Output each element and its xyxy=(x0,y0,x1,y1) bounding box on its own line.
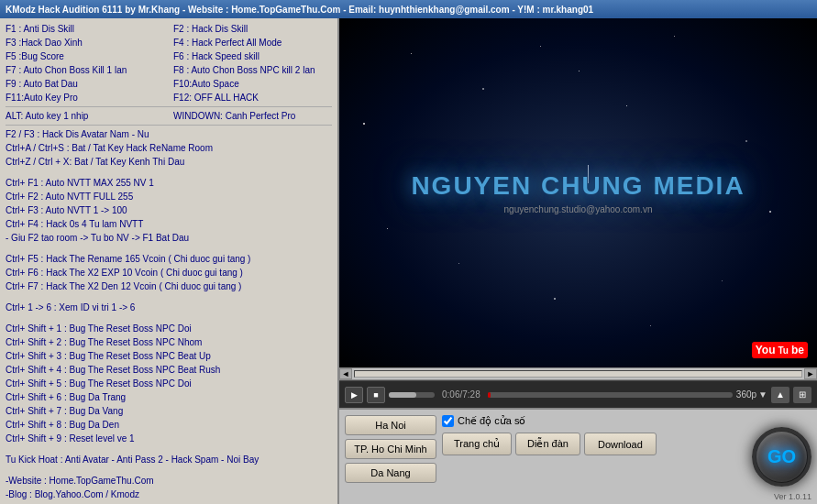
left-line: Ctrl+ Shift + 1 : Bug The Reset Boss NPC… xyxy=(6,322,332,335)
media-subtext: nguyenchung.studio@yahoo.com.vn xyxy=(411,204,745,214)
video-controls: ▶ ■ 0:06/7:28 360p▼ ▲ ⊞ xyxy=(339,380,817,408)
left-panel: F1 : Anti Dis Skill F2 : Hack Dis Skill … xyxy=(0,18,339,504)
expand-btn[interactable]: ▲ xyxy=(771,387,789,403)
go-button[interactable]: GO xyxy=(752,427,811,487)
left-line xyxy=(6,445,332,453)
play-pause-btn[interactable]: ▶ xyxy=(345,387,363,403)
volume-controls xyxy=(389,392,435,398)
left-line xyxy=(6,293,332,301)
shortcut-f3: F3 :Hack Dao Xinh xyxy=(6,36,164,49)
shortcut-f1: F1 : Anti Dis Skill xyxy=(6,22,164,36)
shortcut-row-2: F3 :Hack Dao Xinh F4 : Hack Perfect All … xyxy=(6,36,332,49)
left-line: Ctrl+ Shift + 4 : Bug The Reset Boss NPC… xyxy=(6,363,332,377)
shortcut-f7: F7 : Auto Chon Boss Kill 1 lan xyxy=(6,63,164,77)
scroll-track[interactable] xyxy=(354,370,802,378)
alt-keys-row: ALT: Auto key 1 nhip WINDOWN: Canh Perfe… xyxy=(6,109,332,123)
shortcuts-section: F1 : Anti Dis Skill F2 : Hack Dis Skill … xyxy=(6,22,332,104)
left-line: -Website : Home.TopGameThu.Com xyxy=(6,474,332,488)
youtube-text: YouTube xyxy=(752,342,808,358)
shortcut-row-4: F7 : Auto Chon Boss Kill 1 lan F8 : Auto… xyxy=(6,63,332,77)
left-line: F2 / F3 : Hack Dis Avatar Nam - Nu xyxy=(6,127,332,141)
version-text: Ver 1.0.11 xyxy=(774,492,811,501)
window-key: WINDOWN: Canh Perfect Pro xyxy=(173,109,332,123)
shortcut-f2: F2 : Hack Dis Skill xyxy=(173,22,332,36)
title-text: KModz Hack Audition 6111 by Mr.Khang - W… xyxy=(6,5,593,15)
shortcut-f4: F4 : Hack Perfect All Mode xyxy=(173,36,332,49)
left-line: -Blog : Blog.Yahoo.Com / Kmodz xyxy=(6,488,332,501)
city-hanoi-btn[interactable]: Ha Noi xyxy=(345,415,436,435)
video-background: NGUYEN CHUNG MEDIA nguyenchung.studio@ya… xyxy=(339,18,817,367)
title-bar: KModz Hack Audition 6111 by Mr.Khang - W… xyxy=(0,0,817,18)
shortcut-row-3: F5 :Bug Score F6 : Hack Speed skill xyxy=(6,49,332,63)
stop-btn[interactable]: ■ xyxy=(367,387,385,403)
city-hcm-btn[interactable]: TP. Ho Chi Minh xyxy=(345,439,436,459)
left-line: Ctrl+ Shift + 7 : Bug Da Vang xyxy=(6,404,332,418)
shortcut-f11: F11:Auto Key Pro xyxy=(6,91,164,104)
bottom-panel: Ha Noi TP. Ho Chi Minh Da Nang Chế độ cử… xyxy=(339,408,817,504)
right-panel: NGUYEN CHUNG MEDIA nguyenchung.studio@ya… xyxy=(339,18,817,504)
city-danang-btn[interactable]: Da Nang xyxy=(345,463,436,483)
volume-slider[interactable] xyxy=(389,392,435,398)
time-display: 0:06/7:28 xyxy=(442,389,480,400)
left-line: Ctrl+ Shift + 9 : Reset level ve 1 xyxy=(6,432,332,445)
left-line: Ctrl+A / Ctrl+S : Bat / Tat Key Hack ReN… xyxy=(6,141,332,155)
go-button-container: GO xyxy=(752,415,811,499)
left-lines-container: F2 / F3 : Hack Dis Avatar Nam - NuCtrl+A… xyxy=(6,127,332,504)
quality-button[interactable]: 360p▼ xyxy=(736,389,767,400)
progress-fill xyxy=(488,392,491,398)
left-line: Ctrl+ Shift + 3 : Bug The Reset Boss NPC… xyxy=(6,349,332,363)
media-title-block: NGUYEN CHUNG MEDIA nguyenchung.studio@ya… xyxy=(411,171,745,214)
left-line: Ctrl+ F4 : Hack 0s 4 Tu lam NVTT xyxy=(6,217,332,231)
youtube-logo: YouTube xyxy=(752,339,808,358)
separator-1 xyxy=(6,106,332,107)
separator-2 xyxy=(6,125,332,126)
left-line: Ctrl+Z / Ctrl + X: Bat / Tat Key Kenh Th… xyxy=(6,155,332,169)
left-line: Ctrl+ F2 : Auto NVTT FULL 255 xyxy=(6,190,332,203)
shortcut-f5: F5 :Bug Score xyxy=(6,49,164,63)
alt-key: ALT: Auto key 1 nhip xyxy=(6,109,164,123)
shortcut-f9: F9 : Auto Bat Dau xyxy=(6,77,164,91)
video-area: NGUYEN CHUNG MEDIA nguyenchung.studio@ya… xyxy=(339,18,817,367)
left-line: Ctrl+ F1 : Auto NVTT MAX 255 NV 1 xyxy=(6,176,332,190)
left-line xyxy=(6,466,332,474)
download-btn[interactable]: Download xyxy=(584,433,657,455)
left-line: Tu Kick Hoat : Anti Avatar - Anti Pass 2… xyxy=(6,453,332,466)
shortcut-row-1: F1 : Anti Dis Skill F2 : Hack Dis Skill xyxy=(6,22,332,36)
dien-dan-btn[interactable]: Diễn đàn xyxy=(515,433,580,455)
left-line xyxy=(6,314,332,322)
left-line: Ctrl+ F7 : Hack The X2 Den 12 Vcoin ( Ch… xyxy=(6,279,332,293)
city-buttons-group: Ha Noi TP. Ho Chi Minh Da Nang xyxy=(345,415,436,499)
shortcut-f8: F8 : Auto Chon Boss NPC kill 2 lan xyxy=(173,63,332,77)
left-line: Ctrl+ Shift + 8 : Bug Da Den xyxy=(6,418,332,432)
trang-chu-btn[interactable]: Trang chủ xyxy=(442,433,512,455)
left-line: Ctrl+ Shift + 5 : Bug The Reset Boss NPC… xyxy=(6,377,332,390)
checkbox-row: Chế độ cửa số xyxy=(442,415,743,427)
shortcut-f12: F12: OFF ALL HACK xyxy=(173,91,332,104)
left-line: Ctrl+ F5 : Hack The Rename 165 Vcoin ( C… xyxy=(6,252,332,266)
fullscreen-btn[interactable]: ⊞ xyxy=(793,387,811,403)
left-line xyxy=(6,169,332,176)
media-brand-text: NGUYEN CHUNG MEDIA xyxy=(411,171,745,201)
scroll-right-btn[interactable]: ► xyxy=(804,368,817,379)
shortcut-f10: F10:Auto Space xyxy=(173,77,332,91)
left-line: - Giu F2 tao room -> Tu bo NV -> F1 Bat … xyxy=(6,231,332,245)
shortcut-row-5: F9 : Auto Bat Dau F10:Auto Space xyxy=(6,77,332,91)
shortcut-f6: F6 : Hack Speed skill xyxy=(173,49,332,63)
left-line: Ctrl+ F3 : Auto NVTT 1 -> 100 xyxy=(6,203,332,217)
left-line: Ctrl+ 1 -> 6 : Xem ID vi tri 1 -> 6 xyxy=(6,301,332,314)
left-line: Ctrl+ F6 : Hack The X2 EXP 10 Vcoin ( Ch… xyxy=(6,266,332,279)
cua-so-label: Chế độ cửa số xyxy=(458,415,525,427)
main-container: F1 : Anti Dis Skill F2 : Hack Dis Skill … xyxy=(0,18,817,504)
left-line xyxy=(6,245,332,252)
go-text: GO xyxy=(767,446,796,467)
shortcut-row-6: F11:Auto Key Pro F12: OFF ALL HACK xyxy=(6,91,332,104)
horizontal-scrollbar[interactable]: ◄ ► xyxy=(339,367,817,380)
left-line: Ctrl+ Shift + 6 : Bug Da Trang xyxy=(6,390,332,404)
cua-so-checkbox[interactable] xyxy=(442,415,454,427)
left-line: Ctrl+ Shift + 2 : Bug The Reset Boss NPC… xyxy=(6,335,332,349)
nav-buttons-group: Trang chủ Diễn đàn Download xyxy=(442,433,743,455)
scroll-left-btn[interactable]: ◄ xyxy=(339,368,352,379)
middle-section: Chế độ cửa số Trang chủ Diễn đàn Downloa… xyxy=(442,415,743,499)
progress-bar[interactable] xyxy=(488,392,733,398)
